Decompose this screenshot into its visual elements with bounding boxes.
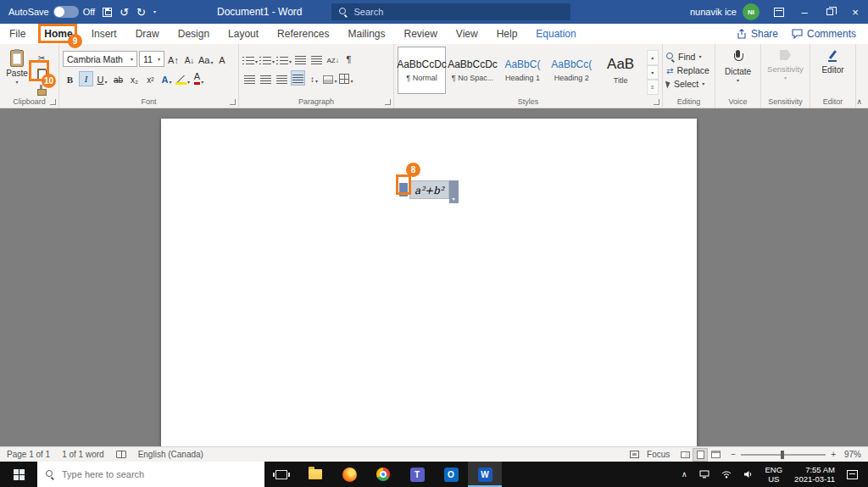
text-effects-button[interactable]: A▾ <box>159 71 174 86</box>
shading-button[interactable]: ▾ <box>323 70 337 86</box>
strikethrough-button[interactable]: ab <box>111 71 125 86</box>
numbering-chevron-icon[interactable]: ▾ <box>272 59 275 64</box>
style-normal[interactable]: AaBbCcDc ¶ Normal <box>398 47 446 94</box>
redo-icon[interactable]: ↻ <box>136 7 146 18</box>
line-spacing-chevron-icon[interactable]: ▾ <box>315 79 318 84</box>
restore-button[interactable] <box>817 0 843 24</box>
page-indicator[interactable]: Page 1 of 1 <box>7 450 50 459</box>
share-button[interactable]: Share <box>737 28 778 40</box>
font-dialog-launcher[interactable] <box>230 99 236 105</box>
decrease-indent-button[interactable] <box>293 51 308 66</box>
text-effects-chevron-icon[interactable]: ▾ <box>169 80 171 85</box>
close-button[interactable]: × <box>843 0 868 24</box>
style-heading-2[interactable]: AaBbCc( Heading 2 <box>548 47 595 94</box>
styles-dialog-launcher[interactable] <box>654 99 659 105</box>
task-view-button[interactable] <box>264 462 298 487</box>
sort-button[interactable]: AZ↓ <box>326 51 340 66</box>
sensitivity-chevron-icon[interactable]: ▾ <box>784 75 787 80</box>
tab-view[interactable]: View <box>447 24 487 44</box>
tab-design[interactable]: Design <box>169 24 219 44</box>
equation-text[interactable]: a²+b² <box>409 180 449 199</box>
underline-button[interactable]: U▾ <box>95 71 109 86</box>
bullets-button[interactable]: ▾ <box>242 51 258 66</box>
language-indicator[interactable]: English (Canada) <box>138 450 203 459</box>
styles-scroll-up-button[interactable]: ▴ <box>647 50 659 65</box>
select-chevron-icon[interactable]: ▾ <box>702 81 704 86</box>
select-button[interactable]: Select ▾ <box>666 79 709 89</box>
increase-indent-button[interactable] <box>309 51 324 66</box>
tab-review[interactable]: Review <box>395 24 447 44</box>
customize-qat-chevron-icon[interactable]: ▾ <box>153 9 156 14</box>
font-name-chevron-icon[interactable]: ▾ <box>131 57 133 62</box>
print-layout-button[interactable] <box>693 448 708 462</box>
shrink-font-button[interactable]: A↓ <box>182 52 197 67</box>
change-case-chevron-icon[interactable]: ▾ <box>210 60 213 65</box>
font-name-combo[interactable]: Cambria Math ▾ <box>63 51 137 67</box>
zoom-percentage[interactable]: 97% <box>841 450 861 459</box>
subscript-button[interactable]: x₂ <box>127 71 142 86</box>
read-mode-button[interactable] <box>677 448 693 462</box>
grow-font-button[interactable]: A↑ <box>166 52 181 67</box>
borders-button[interactable]: ▾ <box>339 70 353 86</box>
taskbar-search-input[interactable] <box>62 469 256 479</box>
proofing-icon[interactable] <box>116 451 126 458</box>
tab-layout[interactable]: Layout <box>219 24 268 44</box>
firefox-button[interactable] <box>332 462 366 487</box>
replace-button[interactable]: ⇄ Replace <box>666 65 709 75</box>
file-explorer-button[interactable] <box>298 462 332 487</box>
taskbar-search-box[interactable] <box>37 462 264 487</box>
search-box[interactable] <box>331 3 570 20</box>
justify-button[interactable] <box>291 70 305 86</box>
tab-mailings[interactable]: Mailings <box>338 24 394 44</box>
outlook-button[interactable]: O <box>434 462 468 487</box>
comments-button[interactable]: Comments <box>792 28 856 40</box>
network-tray-button[interactable] <box>693 462 715 487</box>
numbering-button[interactable]: ▾ <box>259 51 275 66</box>
undo-icon[interactable]: ↺ <box>120 7 129 18</box>
clipboard-dialog-launcher[interactable] <box>50 99 56 105</box>
save-icon[interactable] <box>103 8 112 17</box>
align-right-button[interactable] <box>275 70 289 86</box>
start-button[interactable] <box>0 462 37 487</box>
align-center-button[interactable] <box>259 70 273 86</box>
font-color-button[interactable]: A▾ <box>192 71 206 86</box>
tab-help[interactable]: Help <box>487 24 527 44</box>
font-color-chevron-icon[interactable]: ▾ <box>201 80 203 85</box>
autosave-toggle[interactable]: AutoSave Off <box>8 6 95 18</box>
ribbon-display-options-button[interactable] <box>766 0 792 24</box>
style-title[interactable]: AaB Title <box>598 47 644 94</box>
word-count[interactable]: 1 of 1 word <box>62 450 103 459</box>
teams-button[interactable]: T <box>400 462 434 487</box>
superscript-button[interactable]: x² <box>143 71 158 86</box>
style-no-spacing[interactable]: AaBbCcDc ¶ No Spac... <box>448 47 497 94</box>
underline-chevron-icon[interactable]: ▾ <box>104 80 107 85</box>
show-marks-button[interactable]: ¶ <box>342 51 356 66</box>
zoom-out-button[interactable]: − <box>731 450 736 459</box>
focus-mode-button[interactable]: Focus <box>647 450 670 459</box>
borders-chevron-icon[interactable]: ▾ <box>350 79 353 84</box>
tab-draw[interactable]: Draw <box>126 24 169 44</box>
wifi-tray-button[interactable] <box>715 462 737 487</box>
zoom-in-button[interactable]: + <box>831 450 836 459</box>
sensitivity-button[interactable]: Sensitivity ▾ <box>767 47 804 97</box>
zoom-slider[interactable] <box>741 454 826 456</box>
volume-tray-button[interactable] <box>737 462 760 487</box>
chrome-button[interactable] <box>366 462 400 487</box>
font-size-combo[interactable]: 11 ▾ <box>139 51 164 67</box>
search-input[interactable] <box>354 7 563 17</box>
bullets-chevron-icon[interactable]: ▾ <box>255 59 258 64</box>
highlight-chevron-icon[interactable]: ▾ <box>187 80 190 85</box>
editor-button[interactable]: Editor <box>821 47 843 97</box>
language-indicator-button[interactable]: ENG US <box>760 462 789 487</box>
find-button[interactable]: Find ▾ <box>666 52 709 62</box>
styles-scroll-down-button[interactable]: ▾ <box>647 65 659 80</box>
multilevel-chevron-icon[interactable]: ▾ <box>289 59 292 64</box>
word-taskbar-button[interactable]: W <box>468 462 502 487</box>
paste-chevron-icon[interactable]: ▾ <box>15 80 18 85</box>
avatar[interactable]: NI <box>743 3 760 20</box>
tab-file[interactable]: File <box>0 24 35 44</box>
align-left-button[interactable] <box>242 70 257 86</box>
tab-equation[interactable]: Equation <box>526 24 585 44</box>
account-button[interactable]: nunavik ice NI <box>690 3 760 20</box>
document-page[interactable]: a²+b² ▾ <box>161 119 697 446</box>
